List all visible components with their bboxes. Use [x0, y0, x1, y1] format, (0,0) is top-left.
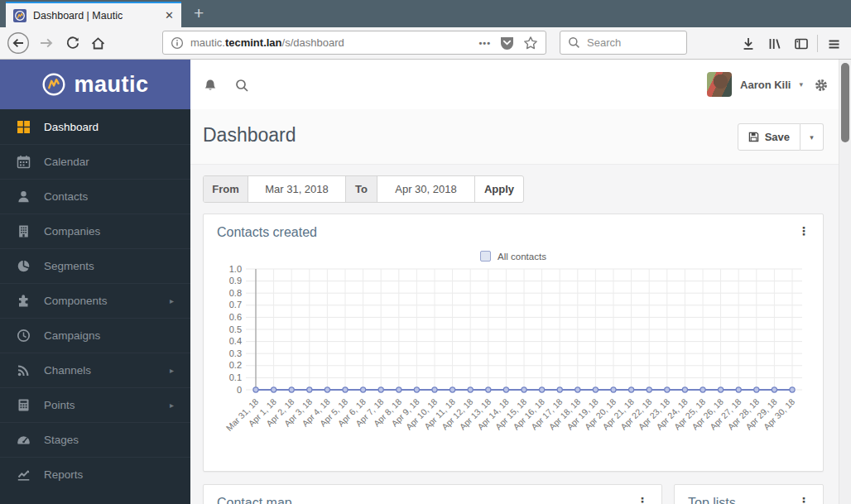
- forward-button[interactable]: [35, 31, 58, 55]
- tab-title: Dashboard | Mautic: [33, 10, 158, 22]
- site-info-icon[interactable]: [171, 36, 184, 50]
- user-menu[interactable]: Aaron Kili ▾: [707, 71, 803, 98]
- home-icon: [90, 36, 106, 51]
- new-tab-button[interactable]: +: [194, 4, 204, 23]
- forward-arrow-icon: [38, 35, 55, 51]
- downloads-button[interactable]: [739, 35, 757, 53]
- search-icon: [235, 79, 249, 93]
- tab-close-icon[interactable]: ✕: [165, 10, 174, 21]
- svg-text:0.8: 0.8: [229, 288, 242, 298]
- sidebar-item-points[interactable]: Points ▸: [0, 387, 190, 422]
- reload-button[interactable]: [61, 31, 84, 55]
- contact-icon: [17, 190, 31, 204]
- mautic-logo[interactable]: mautic: [0, 60, 190, 109]
- svg-text:0.3: 0.3: [229, 348, 242, 358]
- sidebar-item-calendar[interactable]: Calendar: [0, 144, 190, 179]
- app-header: mautic Aaron Kili ▾: [0, 60, 851, 109]
- settings-button[interactable]: [813, 77, 829, 94]
- mautic-logo-icon: [41, 72, 66, 97]
- main-content: Dashboard Save ▾ From Mar 31, 2018 To Ap…: [190, 109, 851, 504]
- to-label: To: [346, 176, 377, 202]
- chevron-down-icon: ▾: [810, 133, 814, 142]
- svg-text:1.0: 1.0: [229, 264, 242, 274]
- page-actions-icon[interactable]: •••: [478, 38, 491, 48]
- panel-menu-icon[interactable]: ⋮: [637, 496, 648, 504]
- mautic-favicon-icon: [13, 9, 26, 22]
- svg-text:0.9: 0.9: [229, 276, 242, 286]
- sidebar-item-channels[interactable]: Channels ▸: [0, 353, 190, 387]
- panel-menu-icon[interactable]: ⋮: [798, 225, 810, 237]
- contacts-created-chart: 00.10.20.30.40.50.60.70.80.91.0Mar 31, 1…: [213, 262, 814, 461]
- page-title: Dashboard: [203, 124, 296, 146]
- sidebar-toggle-button[interactable]: [792, 35, 810, 53]
- legend-label: All contacts: [498, 252, 546, 262]
- notifications-button[interactable]: [202, 77, 219, 94]
- chevron-down-icon: ▾: [799, 80, 803, 89]
- legend-checkbox[interactable]: [480, 251, 491, 262]
- url-bar[interactable]: mautic.tecmint.lan/s/dashboard •••: [162, 31, 546, 55]
- sidebar-item-stages[interactable]: Stages: [0, 422, 190, 457]
- chevron-right-icon: ▸: [170, 401, 174, 410]
- hamburger-icon: [826, 36, 842, 52]
- save-button[interactable]: Save: [738, 123, 801, 151]
- sidebar-item-label: Reports: [44, 468, 83, 481]
- from-label: From: [204, 176, 248, 202]
- date-filter: From Mar 31, 2018 To Apr 30, 2018 Apply: [203, 175, 524, 203]
- to-date-input[interactable]: Apr 30, 2018: [377, 176, 475, 202]
- sidebar-item-reports[interactable]: Reports: [0, 457, 190, 492]
- sidebar-item-label: Dashboard: [44, 121, 99, 133]
- global-search-button[interactable]: [233, 77, 250, 94]
- apply-button[interactable]: Apply: [475, 176, 523, 202]
- panel-menu-icon[interactable]: ⋮: [798, 496, 810, 504]
- back-button[interactable]: [7, 31, 30, 55]
- brand-name: mautic: [74, 72, 148, 98]
- search-icon: [568, 36, 580, 49]
- sidebar-item-dashboard[interactable]: Dashboard: [0, 109, 190, 144]
- sidebar-item-label: Campaigns: [44, 329, 100, 342]
- calendar-icon: [17, 155, 31, 169]
- user-avatar: [707, 72, 732, 97]
- pocket-icon[interactable]: [499, 36, 515, 50]
- sidebar-item-contacts[interactable]: Contacts: [0, 179, 190, 214]
- browser-tab[interactable]: Dashboard | Mautic ✕: [6, 2, 181, 27]
- home-button[interactable]: [86, 31, 109, 55]
- sidebar-item-label: Segments: [44, 260, 94, 272]
- sidebar-item-components[interactable]: Components ▸: [0, 283, 190, 318]
- svg-text:0.6: 0.6: [229, 312, 242, 322]
- panel-title: Contacts created: [217, 225, 317, 240]
- scrollbar-track[interactable]: [839, 60, 851, 504]
- rss-icon: [17, 363, 31, 377]
- reload-icon: [65, 36, 80, 50]
- dashboard-grid-icon: [17, 120, 31, 134]
- sidebar-item-campaigns[interactable]: Campaigns: [0, 318, 190, 353]
- save-split-button: Save ▾: [738, 123, 824, 151]
- scrollbar-thumb[interactable]: [841, 63, 849, 142]
- from-date-input[interactable]: Mar 31, 2018: [248, 176, 346, 202]
- library-button[interactable]: [766, 35, 784, 53]
- sidebar-item-label: Contacts: [44, 190, 88, 203]
- top-lists-panel: Top lists ⋮: [674, 484, 824, 504]
- sidebar-toggle-icon: [793, 36, 810, 52]
- save-dropdown-button[interactable]: ▾: [801, 123, 824, 151]
- menu-button[interactable]: [825, 35, 843, 53]
- sidebar-item-label: Companies: [44, 225, 100, 238]
- save-button-label: Save: [765, 131, 790, 143]
- gear-icon: [814, 78, 829, 93]
- pie-chart-icon: [17, 259, 31, 273]
- bookmark-star-icon[interactable]: [523, 36, 538, 50]
- sidebar-item-companies[interactable]: Companies: [0, 214, 190, 248]
- browser-window: Dashboard | Mautic ✕ + mautic.tecmint.la…: [0, 0, 851, 504]
- svg-text:0: 0: [237, 385, 242, 395]
- svg-text:0.5: 0.5: [229, 324, 242, 334]
- chart-legend: All contacts: [204, 251, 823, 262]
- back-arrow-icon: [7, 31, 30, 55]
- clock-icon: [17, 329, 31, 343]
- sidebar-item-segments[interactable]: Segments: [0, 248, 190, 283]
- svg-text:0.2: 0.2: [229, 360, 242, 370]
- sidebar-item-label: Stages: [44, 434, 79, 446]
- library-icon: [767, 36, 783, 52]
- sidebar-item-label: Channels: [44, 364, 91, 377]
- search-input[interactable]: Search: [560, 31, 687, 55]
- app-sidebar: Dashboard Calendar Contacts Companies Se…: [0, 109, 190, 504]
- svg-text:0.4: 0.4: [229, 336, 242, 346]
